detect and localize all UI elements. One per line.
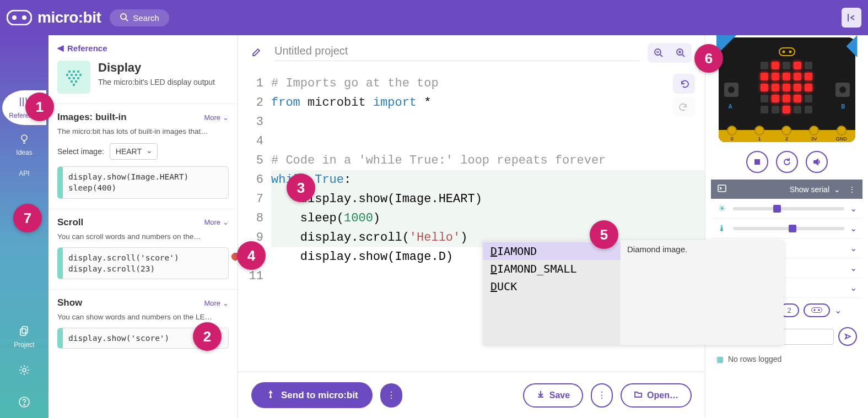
svg-line-28: [660, 55, 662, 57]
search-icon: [120, 13, 128, 23]
nav-settings[interactable]: [2, 356, 46, 386]
board-pin[interactable]: 1: [746, 131, 773, 142]
autocomplete-item[interactable]: DUCK: [483, 278, 621, 295]
svg-rect-17: [66, 74, 68, 76]
table-icon: ▦: [716, 355, 724, 363]
project-name-input[interactable]: Untitled project: [274, 45, 640, 61]
search-button[interactable]: Search: [110, 9, 169, 26]
mute-button[interactable]: [806, 151, 828, 173]
board-pin[interactable]: 0: [719, 131, 746, 142]
nav-help[interactable]: [2, 388, 46, 418]
sim-button-a[interactable]: [724, 83, 738, 97]
sim-button-b[interactable]: [835, 83, 850, 97]
zoom-in-button[interactable]: [670, 43, 692, 63]
simulator-panel: A B 0123VGND Show serial ⌄ ⋮ ☀: [705, 35, 868, 418]
board-pin[interactable]: 2: [773, 131, 801, 142]
svg-point-44: [818, 309, 820, 311]
callout-5: 5: [590, 220, 618, 249]
more-link[interactable]: More ⌄: [204, 113, 229, 122]
chevron-down-icon[interactable]: ⌄: [850, 243, 857, 253]
collapse-sidebar-button[interactable]: [842, 8, 861, 28]
code-snippet-scroll[interactable]: display.scroll('score') display.scroll(2…: [57, 247, 229, 280]
callout-7: 7: [13, 204, 42, 232]
code-line[interactable]: [271, 132, 705, 151]
nav-api[interactable]: API: [2, 164, 46, 183]
svg-rect-40: [754, 159, 760, 165]
send-menu-button[interactable]: ⋮: [380, 383, 402, 408]
chevron-down-icon: ⌄: [223, 113, 229, 122]
svg-rect-26: [73, 84, 75, 86]
save-menu-button[interactable]: ⋮: [591, 383, 613, 408]
svg-rect-16: [77, 70, 79, 73]
edit-icon[interactable]: [251, 46, 262, 59]
svg-point-38: [782, 51, 785, 53]
svg-point-39: [789, 51, 791, 53]
svg-rect-24: [71, 80, 73, 83]
svg-point-6: [21, 135, 27, 140]
brand-name: micro:bit: [37, 9, 101, 26]
more-link[interactable]: More ⌄: [204, 299, 229, 307]
zoom-out-button[interactable]: [648, 43, 670, 63]
light-sensor[interactable]: ☀ ⌄: [711, 199, 862, 219]
code-line[interactable]: sleep(1000): [271, 209, 705, 228]
svg-line-31: [682, 55, 684, 57]
folder-icon: [634, 390, 643, 401]
save-button[interactable]: Save: [523, 383, 583, 408]
svg-rect-14: [68, 70, 71, 73]
svg-rect-10: [20, 329, 26, 335]
chevron-left-icon: ◀: [57, 43, 64, 53]
chevron-down-icon[interactable]: ⌄: [850, 203, 857, 214]
gear-icon: [18, 368, 30, 378]
data-log-status: ▦ No rows logged: [711, 350, 862, 368]
radio-send-button[interactable]: [838, 327, 857, 346]
chevron-down-icon[interactable]: ⌄: [850, 283, 857, 293]
microbit-logo-icon: [7, 10, 32, 25]
code-line[interactable]: # Code in a 'while True:' loop repeats f…: [271, 151, 705, 170]
code-line[interactable]: display.show(Image.HEART): [271, 189, 705, 209]
chevron-down-icon[interactable]: ⌄: [850, 263, 857, 273]
serial-toggle-bar[interactable]: Show serial ⌄ ⋮: [711, 180, 862, 199]
chevron-down-icon: ⌄: [223, 218, 229, 226]
svg-rect-37: [779, 48, 795, 56]
chevron-down-icon: ⌄: [223, 299, 229, 307]
temperature-sensor[interactable]: 🌡 ⌄: [711, 219, 862, 238]
lightbulb-icon: [18, 133, 30, 146]
chevron-down-icon[interactable]: ⌄: [834, 305, 842, 316]
svg-point-2: [22, 15, 26, 20]
svg-rect-42: [811, 308, 822, 313]
autocomplete-doc: Diamond image.: [621, 240, 784, 345]
action-bar: Send to micro:bit ⋮ Save ⋮ Open…: [238, 371, 705, 418]
send-to-microbit-button[interactable]: Send to micro:bit: [251, 382, 373, 408]
code-line[interactable]: # Imports go at the top: [271, 74, 705, 93]
more-link[interactable]: More ⌄: [204, 218, 229, 226]
code-line[interactable]: [271, 112, 705, 132]
board-pin[interactable]: GND: [828, 131, 855, 142]
more-icon[interactable]: ⋮: [848, 185, 856, 194]
code-line[interactable]: while True:: [271, 170, 705, 189]
code-line[interactable]: from microbit import *: [271, 93, 705, 112]
pin-logo-button[interactable]: [804, 303, 830, 317]
svg-point-43: [813, 309, 815, 311]
svg-rect-25: [75, 80, 77, 83]
svg-rect-22: [73, 77, 75, 79]
svg-rect-9: [22, 327, 28, 333]
chevron-down-icon[interactable]: ⌄: [850, 223, 857, 234]
nav-ideas[interactable]: Ideas: [2, 127, 46, 162]
nav-project[interactable]: Project: [2, 319, 46, 354]
microbit-simulator[interactable]: A B 0123VGND: [719, 37, 855, 142]
ref-section-scroll: Scroll More ⌄ You can scroll words and n…: [48, 209, 238, 290]
autocomplete-popup[interactable]: DIAMONDDIAMOND_SMALLDUCK Diamond image.: [483, 240, 784, 345]
restart-button[interactable]: [776, 151, 798, 173]
svg-line-4: [126, 19, 128, 21]
svg-rect-21: [68, 77, 71, 79]
stop-button[interactable]: [746, 151, 768, 173]
code-snippet-images[interactable]: display.show(Image.HEART) sleep(400): [57, 166, 229, 199]
image-select[interactable]: HEART: [110, 143, 158, 160]
open-button[interactable]: Open…: [621, 383, 692, 408]
reference-back-link[interactable]: ◀ Reference: [48, 35, 238, 58]
callout-3: 3: [287, 173, 315, 202]
autocomplete-item[interactable]: DIAMOND_SMALL: [483, 260, 621, 278]
display-category-icon: [57, 61, 90, 94]
board-pin[interactable]: 3V: [800, 131, 828, 142]
svg-point-13: [24, 404, 25, 405]
